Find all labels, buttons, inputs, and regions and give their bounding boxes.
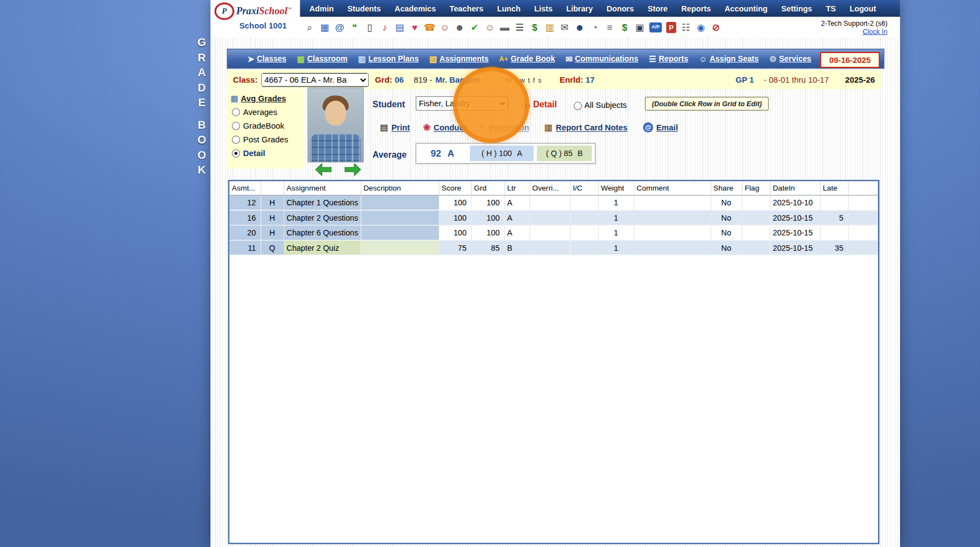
grid-icon: ▦: [231, 94, 238, 103]
email-at-icon[interactable]: @: [333, 20, 347, 34]
promotion-link[interactable]: ✶Promotion: [478, 123, 529, 133]
idcard-icon[interactable]: ▬: [497, 20, 512, 34]
col-grd: Grd: [471, 181, 504, 195]
ribbon-link-lesson-plans[interactable]: ▥Lesson Plans: [358, 54, 419, 64]
clock-in-link[interactable]: Clock In: [863, 27, 887, 36]
ribbon-link-assign-seats[interactable]: ☺Assign Seats: [699, 54, 759, 64]
communications-icon: ✉: [566, 54, 572, 64]
pdf-icon[interactable]: P: [666, 21, 676, 33]
radio-icon: [232, 136, 240, 144]
ledger-icon[interactable]: ▥: [542, 20, 557, 34]
nav-teachers[interactable]: Teachers: [443, 4, 490, 13]
search-icon[interactable]: ⌕: [302, 20, 317, 34]
radio-post-grades[interactable]: Post Grades: [232, 135, 304, 144]
nav-lunch[interactable]: Lunch: [490, 4, 528, 13]
payment-icon[interactable]: $: [528, 20, 542, 34]
date-field[interactable]: 09-16-2025: [820, 52, 880, 68]
conduct-link[interactable]: ❀Conduct: [423, 123, 466, 133]
support-session-label: 2-Tech Support-2 (s6): [821, 19, 887, 27]
ribbon-link-assignments[interactable]: ▧Assignments: [429, 54, 489, 64]
nav-library[interactable]: Library: [559, 4, 599, 13]
class-info-bar: Class: 4667 - 06 ELA - Mr. Ba Grd: 06 81…: [227, 70, 881, 89]
ribbon-link-grade-book[interactable]: A+Grade Book: [499, 54, 555, 63]
report-card-notes-link[interactable]: ▥Report Card Notes: [545, 123, 628, 133]
nav-donors[interactable]: Donors: [600, 4, 641, 13]
table-row[interactable]: 12H Chapter 1 Questions 100100 A 1 No 20…: [230, 195, 878, 210]
print-link[interactable]: ▤Print: [380, 123, 410, 133]
toolbar: ⌕ ▦ @ ❝ ▯ ♪ ▤ ♥ ☎ ☺ ☻ ✔ ☺ ▬ ☰ $ ▥ ✉ ☻ ◔ …: [300, 17, 900, 38]
ribbon-link-communications[interactable]: ✉Communications: [566, 54, 639, 64]
ribbon-link-services[interactable]: ⚙Services: [769, 54, 811, 64]
previous-student-arrow[interactable]: [315, 163, 332, 176]
table-row[interactable]: 20H Chapter 6 Questions 100100 A 1 No 20…: [230, 225, 878, 240]
nav-store[interactable]: Store: [641, 4, 675, 13]
print-icon: ▤: [380, 123, 388, 133]
radio-detail-view[interactable]: [522, 102, 530, 110]
class-select[interactable]: 4667 - 06 ELA - Mr. Ba: [261, 73, 369, 87]
nav-reports[interactable]: Reports: [674, 4, 718, 13]
radio-detail[interactable]: Detail: [232, 149, 304, 158]
conduct-ribbon-icon: ❀: [423, 123, 430, 133]
family-icon[interactable]: ☺: [483, 20, 497, 34]
staff-icon[interactable]: ☻: [572, 20, 587, 34]
computer-icon[interactable]: ▣: [633, 20, 647, 34]
history-icon[interactable]: ◔: [587, 20, 601, 34]
phone-icon[interactable]: ☎: [422, 20, 437, 34]
radio-gradebook[interactable]: GradeBook: [232, 121, 304, 130]
birthday-icon[interactable]: ♥: [408, 20, 422, 34]
top-nav: Admin Students Academics Teachers Lunch …: [300, 0, 900, 17]
schedule-icon[interactable]: ▦: [318, 20, 332, 34]
col-datein: DateIn: [770, 181, 820, 195]
table-row[interactable]: 11Q Chapter 2 Quiz 7585 B 1 No 2025-10-1…: [230, 240, 878, 255]
nav-logout[interactable]: Logout: [843, 4, 882, 13]
power-icon[interactable]: ⊘: [709, 20, 723, 34]
grade-book-icon: A+: [499, 55, 508, 62]
ribbon-link-classes[interactable]: ➤Classes: [248, 54, 286, 64]
nav-settings[interactable]: Settings: [775, 4, 819, 13]
col-filler: [848, 181, 878, 195]
nav-students[interactable]: Students: [341, 4, 388, 13]
nav-accounting[interactable]: Accounting: [718, 4, 775, 13]
table-row[interactable]: 16H Chapter 2 Questions 100100 A 1 No 20…: [230, 210, 878, 225]
announcements-icon[interactable]: ♪: [377, 20, 392, 34]
ap-badge-icon[interactable]: A/P: [649, 22, 662, 32]
radio-averages[interactable]: Averages: [232, 107, 304, 117]
avg-grades-link[interactable]: Avg Grades: [241, 94, 286, 103]
printer-icon[interactable]: ☷: [679, 20, 693, 34]
gradebook-vertical-title: G R A D E B O O K: [192, 35, 211, 177]
next-student-arrow[interactable]: [345, 163, 362, 176]
vtitle-letter: G: [198, 35, 207, 50]
quiz-average: ( Q ) 85B: [537, 146, 592, 162]
teacher-icon[interactable]: ☻: [452, 20, 467, 34]
student-icon[interactable]: ☺: [438, 20, 452, 34]
col-share: Share: [710, 181, 742, 195]
praxischool-logo-icon: P: [214, 3, 234, 20]
col-ic: I/C: [570, 181, 598, 195]
col-flag: Flag: [742, 181, 770, 195]
chat-icon[interactable]: ❝: [347, 20, 362, 34]
web-icon[interactable]: ◉: [694, 20, 708, 34]
all-subjects-label: All Subjects: [584, 101, 627, 110]
nav-lists[interactable]: Lists: [528, 4, 559, 13]
nav-admin[interactable]: Admin: [302, 4, 340, 13]
attendance-icon[interactable]: ✔: [467, 20, 482, 34]
nav-ts[interactable]: TS: [819, 4, 843, 13]
col-asmt: Asmt...: [230, 181, 261, 195]
lists-icon[interactable]: ≡: [603, 20, 617, 34]
calendar-icon[interactable]: ▤: [392, 20, 406, 34]
news-icon[interactable]: ☰: [513, 20, 527, 34]
reports-icon: ☰: [649, 54, 656, 64]
ribbon-link-reports[interactable]: ☰Reports: [649, 54, 689, 64]
mail-icon[interactable]: ✉: [558, 20, 572, 34]
ribbon-link-classroom[interactable]: ▦Classroom: [297, 54, 347, 64]
vtitle-letter: O: [198, 133, 207, 147]
gradebook-ribbon: ➤Classes ▦Classroom ▥Lesson Plans ▧Assig…: [227, 49, 884, 69]
cash-icon[interactable]: $: [617, 20, 632, 34]
teacher-id: 819 -: [414, 75, 432, 84]
radio-all-subjects[interactable]: [574, 102, 582, 110]
email-link[interactable]: @Email: [643, 123, 678, 133]
student-select[interactable]: Fisher, Landry: [416, 96, 508, 111]
mobile-icon[interactable]: ▯: [363, 20, 377, 34]
nav-academics[interactable]: Academics: [388, 4, 443, 13]
col-comment: Comment: [634, 181, 710, 195]
